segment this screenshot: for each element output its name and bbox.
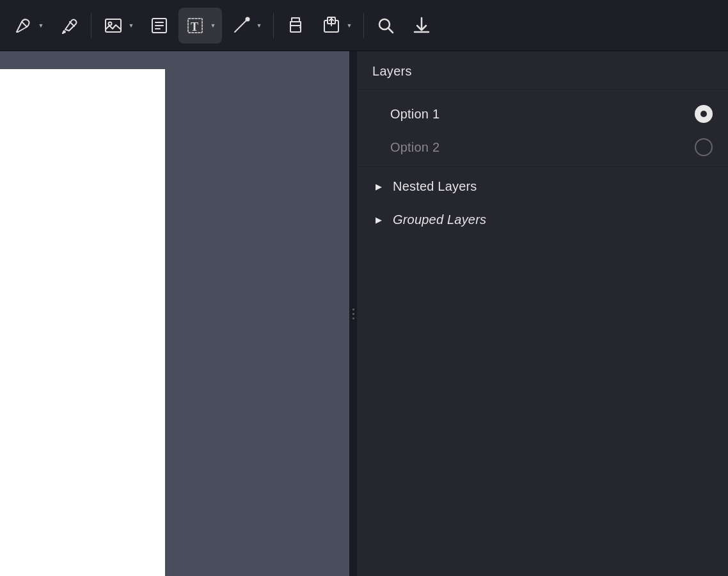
resize-dots [352,308,354,319]
share-tool-icon [319,13,344,38]
markup-tool-group[interactable] [52,8,86,44]
layer-item-option1[interactable]: Option 1 [357,97,728,131]
search-tool-icon [373,13,399,38]
nested-chevron-icon: ▶ [372,180,385,193]
line-tool-chevron: ▼ [254,20,264,31]
toolbar-divider-1 [91,13,91,38]
layer-item-nested[interactable]: ▶ Nested Layers [357,170,728,203]
line-tool-group[interactable]: ▼ [225,8,268,44]
toolbar: ▼ ▼ [0,0,728,51]
layer-separator-1 [357,166,728,167]
nested-label: Nested Layers [393,179,713,194]
share-tool-chevron: ▼ [344,20,354,31]
radio-inner [700,111,707,117]
svg-rect-1 [106,19,121,32]
svg-rect-8 [290,26,301,32]
layers-header: Layers [357,51,728,90]
image-tool-chevron: ▼ [126,20,136,31]
layer-item-option2[interactable]: Option 2 [357,131,728,164]
option2-label: Option 2 [390,140,695,155]
svg-point-2 [109,22,112,25]
text-tool-icon: T [182,13,208,38]
print-tool-group[interactable] [279,8,312,44]
text-tool-group[interactable]: T ▼ [178,8,222,44]
option2-radio[interactable] [695,138,713,156]
grouped-label: Grouped Layers [393,212,713,227]
print-tool-icon [283,13,308,38]
layers-list: Option 1 Option 2 ▶ Nested Layers ▶ Grou… [357,90,728,244]
layer-item-grouped[interactable]: ▶ Grouped Layers [357,203,728,236]
image-tool-group[interactable]: ▼ [97,8,140,44]
search-tool-group[interactable] [369,8,402,44]
resize-dot-2 [352,313,354,315]
layers-panel: Layers Option 1 Option 2 ▶ Nested Layers [357,51,728,576]
resize-dot-1 [352,308,354,310]
grouped-chevron-icon: ▶ [372,213,385,226]
pen-tool-icon [10,13,36,38]
svg-point-7 [246,17,249,20]
resize-handle[interactable] [349,51,357,576]
svg-text:T: T [191,20,198,33]
svg-point-9 [299,27,301,28]
canvas-paper [0,69,165,576]
toolbar-divider-3 [363,13,364,38]
svg-line-6 [235,19,248,32]
layers-title: Layers [372,64,412,78]
toolbar-divider-2 [273,13,274,38]
canvas-area [0,51,349,576]
pen-tool-group[interactable]: ▼ [6,8,50,44]
option1-label: Option 1 [390,107,695,122]
text-tool-chevron: ▼ [208,20,218,31]
main-area: Layers Option 1 Option 2 ▶ Nested Layers [0,51,728,576]
download-tool-group[interactable] [405,8,438,44]
note-tool-group[interactable] [143,8,176,44]
line-tool-icon [228,13,254,38]
share-tool-group[interactable]: ▼ [315,8,358,44]
pen-tool-chevron: ▼ [36,20,46,31]
option1-radio[interactable] [695,105,713,123]
image-tool-icon [100,13,126,38]
markup-tool-icon [56,13,82,38]
resize-dot-3 [352,317,354,319]
download-tool-icon [409,13,434,38]
note-tool-icon [146,13,172,38]
svg-line-14 [388,28,393,33]
